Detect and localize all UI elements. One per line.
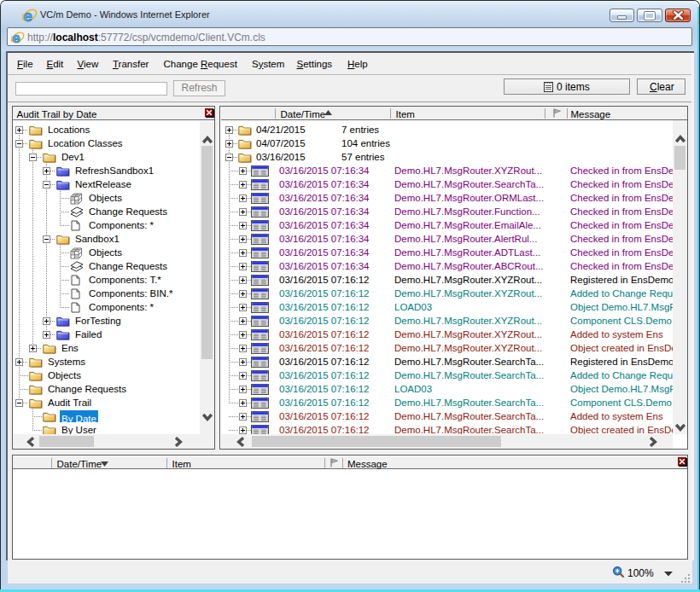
svg-text:e: e bbox=[24, 8, 32, 23]
svg-text:e: e bbox=[12, 31, 20, 44]
